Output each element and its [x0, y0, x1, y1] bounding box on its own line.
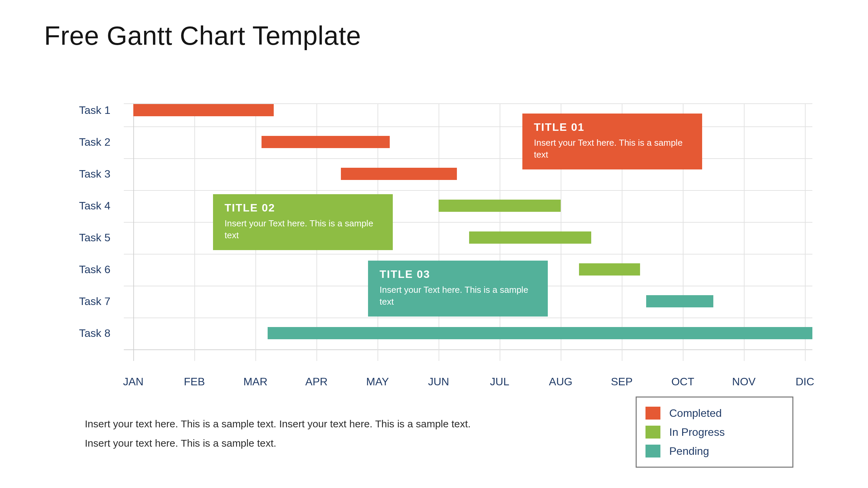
bar-task1 — [133, 104, 274, 116]
callout-01: TITLE 01 Insert your Text here. This is … — [522, 114, 702, 169]
callout-body: Insert your Text here. This is a sample … — [225, 218, 381, 241]
bar-task5 — [469, 231, 591, 244]
legend-item-pending: Pending — [645, 442, 784, 461]
bar-task3 — [341, 168, 457, 180]
bar-task7 — [646, 295, 713, 307]
bar-task2 — [262, 136, 390, 148]
month-label: JUN — [428, 375, 449, 388]
month-label: JAN — [123, 375, 143, 388]
bar-task4 — [439, 200, 561, 212]
legend-label: Pending — [669, 445, 709, 458]
callout-03: TITLE 03 Insert your Text here. This is … — [368, 261, 548, 317]
task-label: Task 7 — [79, 295, 110, 308]
month-label: OCT — [671, 375, 694, 388]
month-label: AUG — [549, 375, 572, 388]
task-label: Task 4 — [79, 200, 110, 212]
bar-task6 — [579, 263, 640, 276]
callout-title: TITLE 01 — [534, 121, 691, 134]
legend-swatch — [645, 445, 660, 458]
legend-swatch — [645, 407, 660, 420]
legend-item-inprogress: In Progress — [645, 423, 784, 442]
month-label: APR — [305, 375, 328, 388]
legend-label: Completed — [669, 407, 722, 420]
task-label: Task 1 — [79, 104, 110, 117]
task-label: Task 8 — [79, 327, 110, 340]
legend-swatch — [645, 426, 660, 439]
bar-task8 — [268, 327, 812, 339]
month-label: FEB — [184, 375, 205, 388]
legend-label: In Progress — [669, 426, 725, 439]
month-label: MAR — [243, 375, 267, 388]
footer-text: Insert your text here. This is a sample … — [85, 414, 471, 453]
callout-body: Insert your Text here. This is a sample … — [534, 137, 691, 161]
month-label: NOV — [732, 375, 755, 388]
callout-title: TITLE 03 — [380, 268, 536, 281]
task-label: Task 6 — [79, 263, 110, 276]
legend: Completed In Progress Pending — [636, 396, 793, 468]
task-label: Task 3 — [79, 168, 110, 180]
page-title: Free Gantt Chart Template — [44, 20, 361, 51]
callout-02: TITLE 02 Insert your Text here. This is … — [213, 194, 393, 250]
month-label: MAY — [366, 375, 389, 388]
month-label: SEP — [611, 375, 633, 388]
callout-title: TITLE 02 — [225, 202, 381, 214]
task-label: Task 2 — [79, 136, 110, 148]
callout-body: Insert your Text here. This is a sample … — [380, 284, 536, 308]
month-label: DIC — [795, 375, 814, 388]
legend-item-completed: Completed — [645, 404, 784, 423]
task-label: Task 5 — [79, 231, 110, 244]
month-label: JUL — [490, 375, 509, 388]
